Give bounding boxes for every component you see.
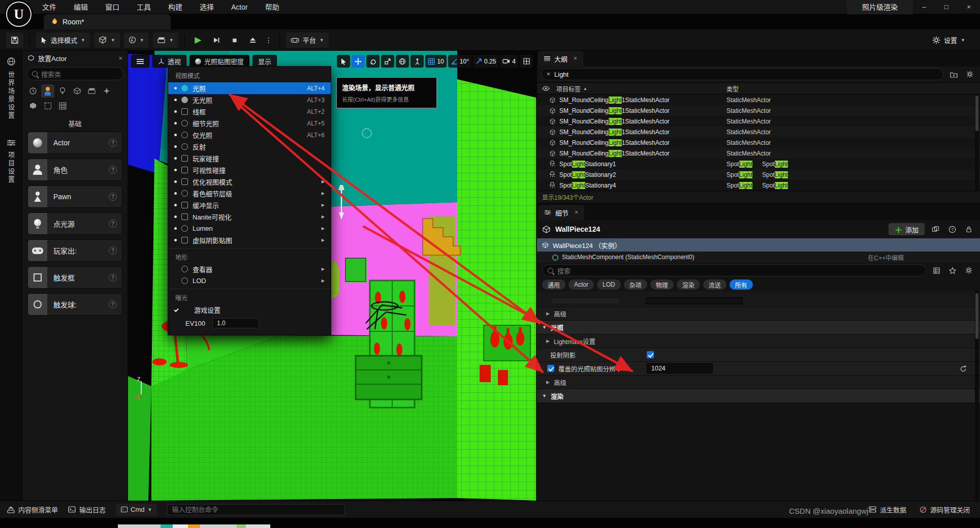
filter-chip[interactable]: 杂项 — [624, 279, 647, 290]
move-tool-button[interactable] — [352, 55, 365, 68]
help-icon[interactable]: ? — [946, 223, 958, 235]
outliner-row[interactable]: SM_RoundCeilingLight1StaticMeshActorStat… — [537, 127, 980, 137]
display-grid-icon[interactable] — [930, 264, 942, 276]
camera-speed-button[interactable]: 4 — [500, 55, 518, 68]
reset-to-default-icon[interactable] — [960, 365, 967, 372]
view-menu-item[interactable]: LOD▶ — [168, 275, 331, 287]
settings-dropdown[interactable]: 设置 ▼ — [928, 33, 970, 48]
world-space-button[interactable] — [396, 55, 409, 68]
view-menu-item[interactable]: 光照ALT+4 — [168, 82, 331, 94]
collapsed-section-row[interactable]: ▶高级 — [537, 307, 980, 321]
place-item-character[interactable]: 角色 — [27, 159, 122, 181]
details-tab[interactable]: 细节 × — [538, 205, 584, 220]
outliner-scrollbar[interactable] — [975, 95, 979, 191]
selected-instance-row[interactable]: WallPiece124 （实例） — [537, 238, 980, 252]
filter-chip[interactable]: Actor — [568, 279, 594, 290]
category-geometry-icon[interactable] — [26, 99, 40, 112]
project-settings-tab[interactable]: 项目设置 — [6, 151, 16, 184]
close-icon[interactable]: × — [574, 55, 577, 62]
menubar-item[interactable]: 构建 — [160, 0, 191, 14]
view-menu-item[interactable]: 反射 — [168, 141, 331, 152]
view-menu-item[interactable]: Nanite可视化▶ — [168, 211, 331, 223]
filter-chip[interactable]: 物理 — [650, 279, 674, 290]
eject-button[interactable] — [246, 33, 260, 47]
filter-chip[interactable]: 流送 — [703, 279, 726, 290]
menubar-item[interactable]: 帮助 — [257, 0, 288, 14]
collapsed-section-row[interactable]: ▶Lightmass设置 — [537, 334, 980, 348]
edit-blueprint-icon[interactable] — [929, 223, 941, 235]
viewport-options-button[interactable] — [131, 55, 149, 68]
details-search-input[interactable]: 搜索 — [542, 264, 926, 276]
outliner-row[interactable]: SM_RoundCeilingLight1StaticMeshActorStat… — [537, 95, 980, 105]
minimize-button[interactable]: – — [913, 0, 935, 14]
menubar-item[interactable]: 选择 — [191, 0, 223, 14]
content-drawer-button[interactable]: 内容侧滑菜单 — [7, 505, 58, 514]
outliner-row[interactable]: SpotLightStationary1SpotLightSpotLight — [537, 159, 980, 169]
view-menu-item[interactable]: 着色细节层级▶ — [168, 188, 331, 199]
collapsed-section-row[interactable]: ▶高级 — [537, 376, 980, 389]
outliner-row[interactable]: SpotLightStationary4SpotLightSpotLight — [537, 180, 980, 191]
visibility-eye-icon[interactable] — [542, 86, 550, 91]
favorites-star-icon[interactable] — [946, 264, 959, 276]
menubar-item[interactable]: 编辑 — [65, 0, 97, 14]
outliner-add-folder-icon[interactable] — [947, 68, 960, 80]
output-log-button[interactable]: 输出日志 — [68, 505, 106, 514]
category-visual-icon[interactable] — [100, 84, 113, 98]
place-item-trigger-box[interactable]: 触发框 — [27, 266, 122, 289]
platform-dropdown[interactable]: 平台 ▼ — [286, 33, 329, 48]
category-recent-icon[interactable] — [26, 84, 40, 98]
close-icon[interactable]: × — [118, 54, 122, 62]
category-all-icon[interactable] — [56, 99, 69, 112]
close-button[interactable]: × — [958, 0, 980, 14]
rotate-tool-button[interactable] — [366, 55, 380, 68]
filter-chip[interactable]: 通用 — [542, 279, 565, 290]
place-item-point-light[interactable]: 点光源 — [27, 212, 122, 235]
column-item-label[interactable]: 项目标签▲ — [556, 84, 587, 93]
view-menu-item[interactable]: 仅光照ALT+6 — [168, 129, 331, 141]
view-menu-item[interactable]: 线框ALT+2 — [168, 106, 331, 117]
add-component-button[interactable]: ＋ 添加 — [889, 223, 925, 235]
category-basic-icon[interactable] — [41, 84, 54, 98]
console-command-input[interactable] — [167, 504, 345, 515]
menubar-item[interactable]: Actor — [223, 0, 257, 14]
outliner-tab[interactable]: 大纲 × — [538, 51, 583, 66]
details-scrollbar[interactable] — [975, 291, 979, 501]
place-item-player-start[interactable]: 玩家出: — [27, 239, 122, 262]
skip-button[interactable] — [209, 33, 224, 47]
play-button[interactable]: ▶ — [191, 33, 205, 47]
view-menu-item[interactable]: 可视性碰撞 — [168, 164, 331, 176]
stop-button[interactable]: ■ — [228, 33, 242, 47]
blueprints-dropdown[interactable]: ▼ — [124, 33, 149, 48]
outliner-settings-gear-icon[interactable] — [964, 68, 976, 80]
scale-tool-button[interactable] — [381, 55, 394, 68]
outliner-search-input[interactable]: × — [541, 68, 943, 80]
scale-snap-button[interactable]: 0.25 — [473, 55, 498, 68]
play-options-kebab[interactable]: ⋮ — [264, 33, 273, 47]
add-actor-dropdown[interactable]: ▼ — [94, 33, 120, 48]
view-menu-item[interactable]: 细节光照ALT+5 — [168, 117, 331, 129]
cinematics-dropdown[interactable]: ▼ — [153, 33, 178, 48]
close-icon[interactable]: × — [575, 209, 578, 216]
view-menu-item[interactable]: 查看器▶ — [168, 263, 331, 275]
outliner-row[interactable]: SM_RoundCeilingLight1StaticMeshActorStat… — [537, 105, 980, 116]
outliner-row[interactable]: SM_RoundCeilingLight1StaticMeshActorStat… — [537, 116, 980, 127]
ev100-input[interactable]: 1.0 — [212, 318, 259, 328]
menubar-item[interactable]: 文件 — [34, 0, 65, 14]
menubar-item[interactable]: 工具 — [128, 0, 160, 14]
photoreal-render-button[interactable]: 照片级渲染 — [847, 0, 913, 14]
category-header-row[interactable]: ▼光照 — [537, 321, 980, 334]
place-item-actor[interactable]: Actor — [27, 132, 122, 154]
filter-chip[interactable]: 渲染 — [677, 279, 700, 290]
cmd-dropdown[interactable]: Cmd ▼ — [116, 504, 157, 516]
property-row[interactable]: 投射阴影 — [537, 348, 980, 362]
view-menu-item[interactable]: 虚拟阴影贴图▶ — [168, 234, 331, 246]
level-tab-room[interactable]: Room* — [44, 14, 171, 29]
world-settings-tab[interactable]: 世界场景设置 — [6, 71, 16, 120]
category-shapes-icon[interactable] — [71, 84, 84, 98]
view-menu-item[interactable]: 玩家碰撞 — [168, 152, 331, 164]
surface-snap-button[interactable] — [410, 55, 424, 68]
column-type[interactable]: 类型 — [726, 84, 739, 93]
lock-icon[interactable] — [963, 223, 975, 235]
place-search-input[interactable]: 搜索类 — [26, 67, 123, 80]
category-lights-icon[interactable] — [56, 84, 69, 98]
